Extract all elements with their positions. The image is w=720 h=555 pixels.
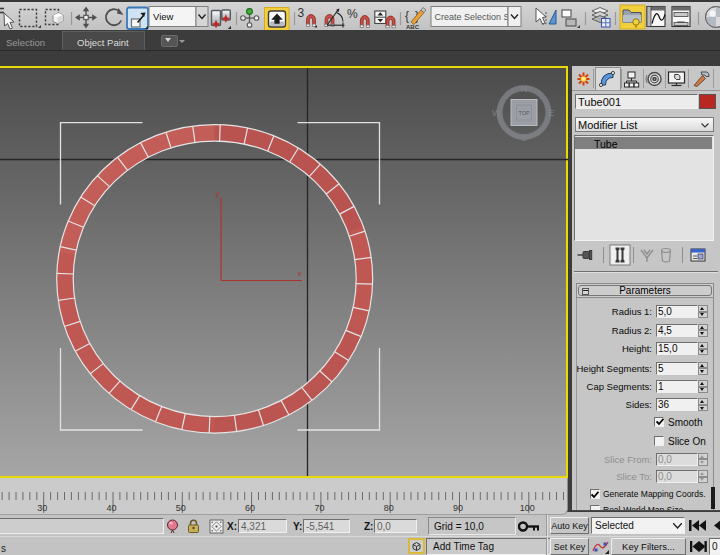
- svg-text:100: 100: [520, 503, 535, 513]
- svg-text:Create Selection Se: Create Selection Se: [435, 12, 515, 22]
- svg-text:80: 80: [384, 503, 394, 513]
- svg-text:S: S: [521, 132, 527, 143]
- svg-text:90: 90: [453, 503, 463, 513]
- svg-text:y: y: [216, 189, 220, 198]
- svg-text:W: W: [492, 107, 501, 118]
- svg-text:3: 3: [298, 6, 305, 20]
- svg-text:60: 60: [245, 503, 255, 513]
- svg-text:TOP: TOP: [518, 110, 530, 116]
- svg-text:x: x: [298, 269, 302, 278]
- svg-text:E: E: [548, 107, 554, 118]
- svg-text:30: 30: [37, 503, 47, 513]
- svg-text:{: {: [405, 9, 409, 23]
- svg-text:70: 70: [314, 503, 324, 513]
- svg-text:N: N: [521, 83, 528, 94]
- svg-text:View: View: [153, 11, 174, 22]
- svg-text:40: 40: [106, 503, 116, 513]
- svg-text:%: %: [347, 7, 358, 21]
- svg-text:50: 50: [176, 503, 186, 513]
